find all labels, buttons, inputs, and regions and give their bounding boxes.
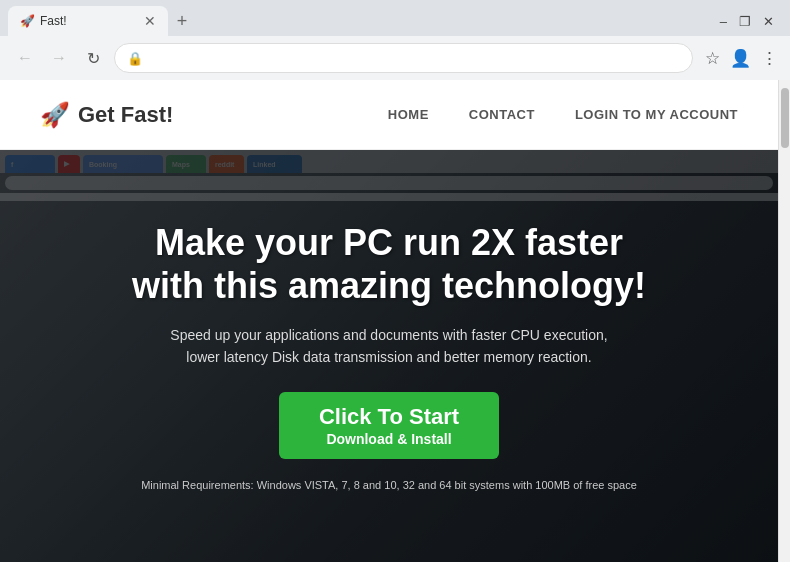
reload-button[interactable]: ↻	[80, 45, 106, 71]
minimize-button[interactable]: –	[720, 14, 727, 29]
browser-tab[interactable]: 🚀 Fast! ✕	[8, 6, 168, 36]
toolbar-actions: ☆ 👤 ⋮	[705, 48, 778, 69]
tab-close-button[interactable]: ✕	[144, 14, 156, 28]
requirements-text: Minimal Requirements: Windows VISTA, 7, …	[132, 479, 646, 491]
hero-content: Make your PC run 2X faster with this ama…	[92, 201, 686, 511]
menu-icon[interactable]: ⋮	[761, 48, 778, 69]
tab-title: Fast!	[40, 14, 138, 28]
browser-window: 🚀 Fast! ✕ + – ❐ ✕ ← → ↻ 🔒 ☆ 👤 ⋮	[0, 0, 790, 562]
nav-contact[interactable]: CONTACT	[469, 107, 535, 122]
logo-text: Get Fast!	[78, 102, 173, 128]
close-button[interactable]: ✕	[763, 14, 774, 29]
restore-button[interactable]: ❐	[739, 14, 751, 29]
browser-content: 🚀 Get Fast! HOME CONTACT LOGIN TO MY ACC…	[0, 80, 790, 562]
cta-main-text: Click To Start	[319, 404, 459, 430]
nav-login[interactable]: LOGIN TO MY ACCOUNT	[575, 107, 738, 122]
scrollbar-thumb[interactable]	[781, 88, 789, 148]
nav-links: HOME CONTACT LOGIN TO MY ACCOUNT	[388, 107, 738, 122]
url-bar[interactable]: 🔒	[114, 43, 693, 73]
logo-icon: 🚀	[40, 101, 70, 129]
nav-home[interactable]: HOME	[388, 107, 429, 122]
forward-button[interactable]: →	[46, 45, 72, 71]
cta-download-button[interactable]: Click To Start Download & Install	[279, 392, 499, 458]
site-nav: 🚀 Get Fast! HOME CONTACT LOGIN TO MY ACC…	[0, 80, 778, 150]
cta-sub-text: Download & Install	[319, 431, 459, 447]
lock-icon: 🔒	[127, 51, 143, 66]
hero-subtitle: Speed up your applications and documents…	[169, 324, 609, 369]
back-button[interactable]: ←	[12, 45, 38, 71]
hero-title: Make your PC run 2X faster with this ama…	[132, 221, 646, 307]
site-logo: 🚀 Get Fast!	[40, 101, 173, 129]
page-content: 🚀 Get Fast! HOME CONTACT LOGIN TO MY ACC…	[0, 80, 778, 562]
account-icon[interactable]: 👤	[730, 48, 751, 69]
new-tab-button[interactable]: +	[168, 7, 196, 35]
bookmark-icon[interactable]: ☆	[705, 48, 720, 69]
hero-section: f ▶ Booking Maps reddit Linked	[0, 150, 778, 562]
address-bar: ← → ↻ 🔒 ☆ 👤 ⋮	[0, 36, 790, 80]
tab-favicon: 🚀	[20, 14, 34, 28]
window-controls: – ❐ ✕	[720, 14, 782, 29]
title-bar: 🚀 Fast! ✕ + – ❐ ✕	[0, 0, 790, 36]
vertical-scrollbar[interactable]	[778, 80, 790, 562]
